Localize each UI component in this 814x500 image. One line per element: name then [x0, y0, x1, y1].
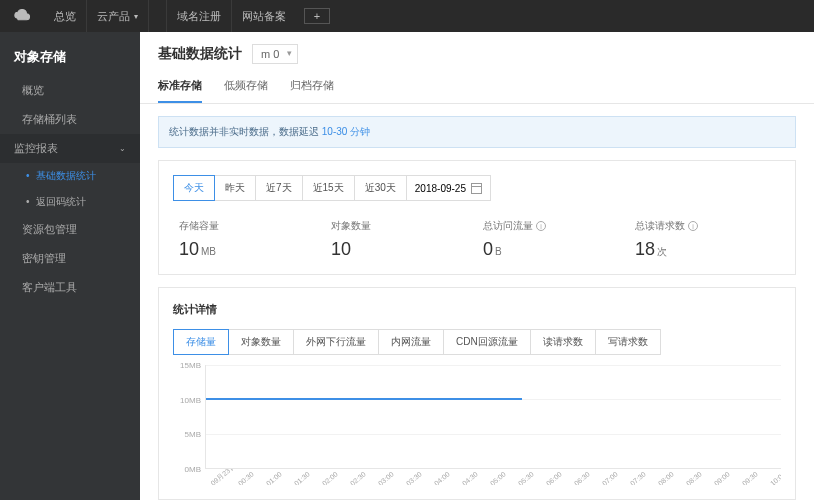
metric-traffic: 总访问流量i 0B: [477, 219, 629, 260]
chart-yaxis: 15MB10MB5MB0MB: [173, 365, 203, 469]
calendar-icon: [471, 183, 482, 194]
tab-standard-storage[interactable]: 标准存储: [158, 78, 202, 103]
date-picker[interactable]: 2018-09-25: [406, 175, 491, 201]
nav-products[interactable]: 云产品 ▾: [87, 0, 149, 32]
storage-class-tabs: 标准存储 低频存储 归档存储: [140, 64, 814, 104]
dtab-write[interactable]: 写请求数: [595, 329, 661, 355]
metric-requests-value: 18: [635, 239, 655, 259]
metric-requests-label: 总读请求数: [635, 219, 685, 233]
date-value: 2018-09-25: [415, 183, 466, 194]
chart-plot: [205, 365, 781, 469]
metric-storage: 存储容量 10MB: [173, 219, 325, 260]
chart-series-line: [206, 398, 522, 400]
metric-traffic-value: 0: [483, 239, 493, 259]
metric-requests: 总读请求数i 18次: [629, 219, 781, 260]
tab-low-freq-storage[interactable]: 低频存储: [224, 78, 268, 103]
chart-xaxis: 09月23日00:3001:0001:3002:0002:3003:0003:3…: [205, 469, 781, 485]
sidebar-item-bucket-list[interactable]: 存储桶列表: [0, 105, 140, 134]
info-icon[interactable]: i: [688, 221, 698, 231]
metric-traffic-label: 总访问流量: [483, 219, 533, 233]
range-15d[interactable]: 近15天: [302, 175, 355, 201]
tab-archive-storage[interactable]: 归档存储: [290, 78, 334, 103]
detail-title: 统计详情: [173, 302, 781, 317]
dtab-storage[interactable]: 存储量: [173, 329, 229, 355]
detail-card: 统计详情 存储量 对象数量 外网下行流量 内网流量 CDN回源流量 读请求数 写…: [158, 287, 796, 500]
sidebar-item-client[interactable]: 客户端工具: [0, 273, 140, 302]
bullet-icon: •: [26, 170, 30, 181]
main-content: 基础数据统计 m 0 标准存储 低频存储 归档存储 统计数据并非实时数据，数据延…: [140, 32, 814, 500]
range-30d[interactable]: 近30天: [354, 175, 407, 201]
sidebar-item-monitor[interactable]: 监控报表 ⌄: [0, 134, 140, 163]
bucket-selector[interactable]: m 0: [252, 44, 298, 64]
sidebar-item-package[interactable]: 资源包管理: [0, 215, 140, 244]
dtab-objects[interactable]: 对象数量: [228, 329, 294, 355]
metric-objects-label: 对象数量: [331, 219, 371, 233]
range-yesterday[interactable]: 昨天: [214, 175, 256, 201]
range-7d[interactable]: 近7天: [255, 175, 303, 201]
page-header: 基础数据统计 m 0: [140, 32, 814, 64]
delay-notice: 统计数据并非实时数据，数据延迟 10-30 分钟: [158, 116, 796, 148]
info-icon[interactable]: i: [536, 221, 546, 231]
cloud-logo[interactable]: [0, 7, 44, 25]
bucket-selector-value: m 0: [261, 48, 279, 60]
nav-overview[interactable]: 总览: [44, 0, 87, 32]
notice-text: 统计数据并非实时数据，数据延迟: [169, 126, 322, 137]
add-button[interactable]: +: [304, 8, 330, 24]
page-title: 基础数据统计: [158, 45, 242, 63]
nav-products-label: 云产品: [97, 9, 130, 24]
storage-chart: 15MB10MB5MB0MB 09月23日00:3001:0001:3002:0…: [173, 365, 781, 485]
metric-storage-label: 存储容量: [179, 219, 219, 233]
sidebar-sub-basic-stats[interactable]: •基础数据统计: [0, 163, 140, 189]
time-range-selector: 今天 昨天 近7天 近15天 近30天 2018-09-25: [173, 175, 781, 201]
dtab-intranet[interactable]: 内网流量: [378, 329, 444, 355]
sidebar-item-overview[interactable]: 概览: [0, 76, 140, 105]
dtab-read[interactable]: 读请求数: [530, 329, 596, 355]
sidebar-sub-basic-stats-label: 基础数据统计: [36, 170, 96, 181]
chevron-down-icon: ⌄: [119, 144, 126, 153]
bullet-icon: •: [26, 196, 30, 207]
topbar-spacer: [149, 0, 167, 32]
sidebar-item-monitor-label: 监控报表: [14, 141, 58, 156]
metric-objects-value: 10: [331, 239, 351, 259]
sidebar-item-key[interactable]: 密钥管理: [0, 244, 140, 273]
metric-traffic-unit: B: [495, 246, 502, 257]
metrics-row: 存储容量 10MB 对象数量 10 总访问流量i 0B 总读请求数i 18次: [173, 219, 781, 260]
metric-storage-unit: MB: [201, 246, 216, 257]
metric-objects: 对象数量 10: [325, 219, 477, 260]
chevron-down-icon: ▾: [134, 12, 138, 21]
topbar: 总览 云产品 ▾ 域名注册 网站备案 +: [0, 0, 814, 32]
sidebar-title: 对象存储: [0, 42, 140, 76]
notice-highlight: 10-30 分钟: [322, 126, 370, 137]
nav-domain-register[interactable]: 域名注册: [167, 0, 232, 32]
dtab-egress[interactable]: 外网下行流量: [293, 329, 379, 355]
sidebar-sub-return-code[interactable]: •返回码统计: [0, 189, 140, 215]
dtab-cdn[interactable]: CDN回源流量: [443, 329, 531, 355]
detail-metric-tabs: 存储量 对象数量 外网下行流量 内网流量 CDN回源流量 读请求数 写请求数: [173, 329, 781, 355]
sidebar-sub-return-code-label: 返回码统计: [36, 196, 86, 207]
summary-card: 今天 昨天 近7天 近15天 近30天 2018-09-25 存储容量 10MB…: [158, 160, 796, 275]
metric-requests-unit: 次: [657, 246, 667, 257]
metric-storage-value: 10: [179, 239, 199, 259]
nav-site-record[interactable]: 网站备案: [232, 0, 296, 32]
range-today[interactable]: 今天: [173, 175, 215, 201]
sidebar: 对象存储 概览 存储桶列表 监控报表 ⌄ •基础数据统计 •返回码统计 资源包管…: [0, 32, 140, 500]
